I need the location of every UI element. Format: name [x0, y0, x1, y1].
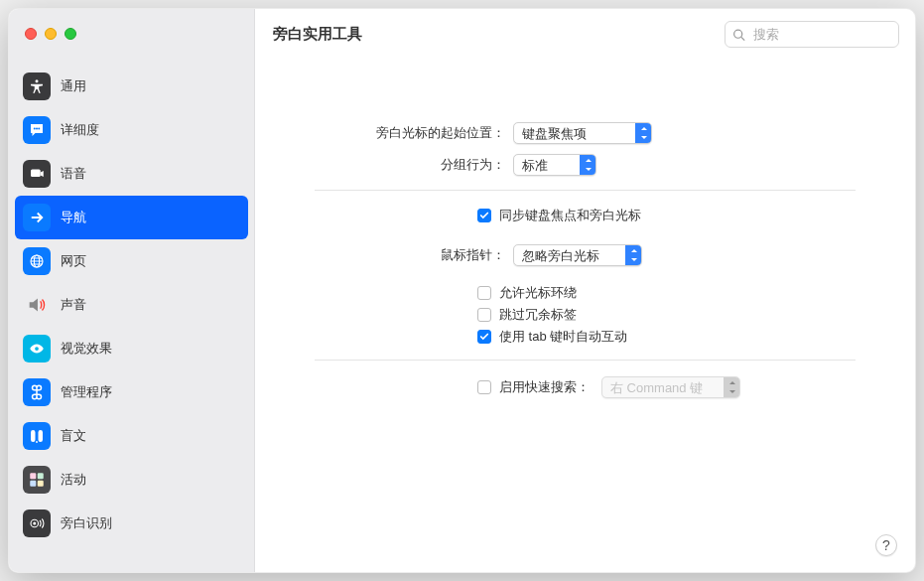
- svg-rect-14: [38, 481, 44, 487]
- row-mouse-pointer: 鼠标指针： 忽略旁白光标: [315, 244, 856, 266]
- help-icon: ?: [882, 537, 890, 553]
- svg-point-4: [36, 128, 38, 130]
- sidebar-item-label: 网页: [61, 252, 86, 270]
- allow-wrap-label: 允许光标环绕: [499, 284, 577, 302]
- sidebar-item-activities[interactable]: 活动: [9, 458, 254, 502]
- cursor-start-label: 旁白光标的起始位置：: [315, 124, 513, 142]
- grouping-select[interactable]: 标准: [513, 154, 596, 176]
- sidebar-item-verbosity[interactable]: 详细度: [9, 108, 254, 152]
- svg-point-5: [38, 128, 40, 130]
- sync-keyboard-checkbox[interactable]: [477, 209, 491, 222]
- titlebar: 旁白实用工具: [9, 9, 915, 59]
- sidebar-item-label: 活动: [61, 471, 86, 489]
- speaker-icon: [23, 291, 51, 319]
- row-quick-search: 启用快速搜索： 右 Command 键: [315, 376, 856, 398]
- svg-rect-6: [31, 170, 41, 178]
- sidebar-item-label: 管理程序: [61, 383, 112, 401]
- quick-search-checkbox[interactable]: [477, 380, 491, 394]
- quick-search-select-wrap: 右 Command 键: [601, 376, 740, 398]
- maximize-button[interactable]: [65, 28, 76, 40]
- tab-auto-label: 使用 tab 键时自动互动: [499, 328, 627, 346]
- svg-point-10: [36, 441, 38, 443]
- sidebar-item-label: 盲文: [61, 427, 86, 445]
- speech-icon: [23, 160, 51, 188]
- sidebar-item-label: 详细度: [61, 121, 99, 139]
- message-icon: [23, 116, 51, 144]
- sidebar-item-navigation[interactable]: 导航: [15, 196, 248, 239]
- sidebar-item-label: 视觉效果: [61, 340, 112, 358]
- svg-point-3: [34, 128, 36, 130]
- svg-point-0: [734, 30, 742, 38]
- row-tab-auto: 使用 tab 键时自动互动: [315, 328, 856, 346]
- close-button[interactable]: [25, 28, 37, 40]
- allow-wrap-checkbox[interactable]: [477, 286, 491, 300]
- eye-icon: [23, 335, 51, 363]
- svg-rect-13: [30, 481, 36, 487]
- row-cursor-start: 旁白光标的起始位置： 键盘聚焦项: [315, 122, 856, 144]
- window-title: 旁白实用工具: [255, 25, 725, 44]
- svg-rect-11: [30, 473, 36, 479]
- search-field-wrap: [725, 21, 899, 48]
- sidebar-item-general[interactable]: 通用: [9, 65, 254, 108]
- sidebar-item-sound[interactable]: 声音: [9, 283, 254, 327]
- tab-auto-checkbox[interactable]: [477, 330, 491, 344]
- window: 旁白实用工具 通用 详细度 语音: [8, 8, 916, 573]
- skip-redundant-checkbox[interactable]: [477, 308, 491, 322]
- mouse-pointer-select[interactable]: 忽略旁白光标: [513, 244, 642, 266]
- traffic-lights: [9, 28, 255, 40]
- cursor-start-select-wrap: 键盘聚焦项: [513, 122, 652, 144]
- content-pane: 旁白光标的起始位置： 键盘聚焦项 分组行为： 标准: [255, 9, 915, 572]
- arrow-icon: [23, 204, 51, 231]
- quick-search-select: 右 Command 键: [601, 376, 740, 398]
- cursor-start-select[interactable]: 键盘聚焦项: [513, 122, 652, 144]
- sync-keyboard-label: 同步键盘焦点和旁白光标: [499, 207, 641, 224]
- sidebar-item-speech[interactable]: 语音: [9, 152, 254, 196]
- minimize-button[interactable]: [45, 28, 57, 40]
- mouse-pointer-label: 鼠标指针：: [315, 246, 513, 264]
- svg-point-2: [36, 79, 39, 82]
- grouping-select-wrap: 标准: [513, 154, 596, 176]
- sidebar-item-recognition[interactable]: 旁白识别: [9, 502, 254, 545]
- row-grouping: 分组行为： 标准: [315, 154, 856, 176]
- sidebar-item-label: 语音: [61, 165, 86, 183]
- grouping-label: 分组行为：: [315, 156, 513, 174]
- braille-icon: [23, 422, 51, 450]
- skip-redundant-label: 跳过冗余标签: [499, 306, 577, 324]
- sidebar-item-label: 声音: [61, 296, 86, 314]
- sidebar-item-web[interactable]: 网页: [9, 239, 254, 283]
- help-button[interactable]: ?: [875, 534, 897, 556]
- sidebar-item-visuals[interactable]: 视觉效果: [9, 327, 254, 370]
- quick-search-label: 启用快速搜索：: [499, 378, 590, 396]
- recognition-icon: [23, 509, 51, 537]
- universal-icon: [23, 73, 51, 100]
- search-icon: [732, 28, 745, 41]
- sidebar-item-braille[interactable]: 盲文: [9, 414, 254, 458]
- divider: [315, 190, 856, 191]
- sidebar-item-commanders[interactable]: 管理程序: [9, 370, 254, 414]
- svg-line-1: [741, 37, 744, 40]
- sidebar-item-label: 导航: [61, 209, 86, 226]
- row-skip-redundant: 跳过冗余标签: [315, 306, 856, 324]
- svg-rect-12: [38, 473, 44, 479]
- activity-icon: [23, 466, 51, 494]
- search-input[interactable]: [725, 21, 899, 48]
- row-sync-keyboard: 同步键盘焦点和旁白光标: [315, 207, 856, 224]
- svg-point-9: [35, 347, 39, 351]
- divider: [315, 360, 856, 361]
- globe-icon: [23, 247, 51, 275]
- command-icon: [23, 378, 51, 406]
- sidebar-item-label: 通用: [61, 77, 86, 95]
- mouse-pointer-select-wrap: 忽略旁白光标: [513, 244, 642, 266]
- sidebar: 通用 详细度 语音 导航 网页: [9, 9, 255, 572]
- row-allow-wrap: 允许光标环绕: [315, 284, 856, 302]
- sidebar-item-label: 旁白识别: [61, 514, 112, 532]
- svg-point-16: [33, 522, 36, 525]
